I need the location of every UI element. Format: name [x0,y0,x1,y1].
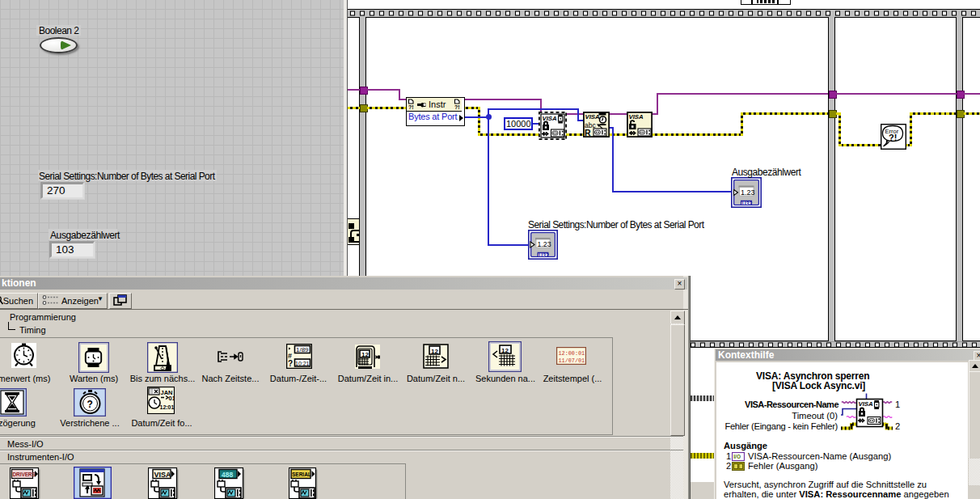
svg-text:SERIAL: SERIAL [292,472,311,477]
svg-text:12: 12 [431,348,438,355]
svg-text:?!: ?! [889,133,897,142]
svg-text:#: # [288,352,292,360]
svg-text:12:00:01: 12:00:01 [559,350,585,357]
svg-text:12: 12 [361,351,369,358]
svg-text:12: 12 [501,347,509,354]
svg-text:I/O: I/O [733,454,741,459]
svg-text:Instr: Instr [429,99,446,109]
svg-text:DRIVERS: DRIVERS [13,472,36,477]
svg-text:VISA: VISA [629,113,644,121]
svg-text:VISA: VISA [859,400,874,408]
svg-text:1.23: 1.23 [741,188,755,197]
svg-text:12:01: 12:01 [160,404,175,410]
svg-text:10:21: 10:21 [295,361,310,366]
svg-text:1.23: 1.23 [538,240,551,248]
svg-text:R: R [585,128,591,137]
svg-text:U32: U32 [742,201,753,206]
svg-text:?: ? [288,359,293,368]
svg-text:01: 01 [169,395,175,402]
svg-text:?: ? [87,399,93,410]
svg-text:VISA: VISA [543,115,558,122]
svg-text:VISA: VISA [585,113,601,121]
svg-text:11/07/01: 11/07/01 [559,357,585,364]
svg-text:U32: U32 [539,252,549,258]
svg-text:488: 488 [222,471,233,479]
svg-text:?!: ?! [408,104,414,110]
svg-text:1/89: 1/89 [296,346,309,353]
svg-text:?!: ?! [454,104,460,110]
svg-text:VISA: VISA [154,471,172,479]
